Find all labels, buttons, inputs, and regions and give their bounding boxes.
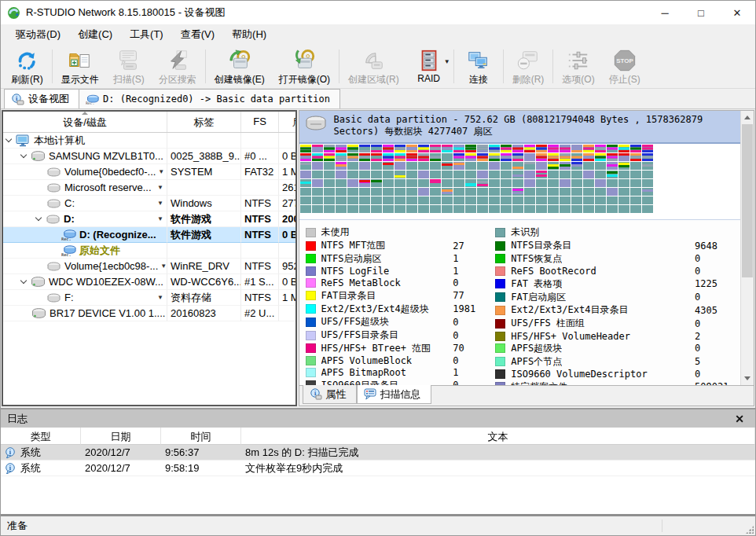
legend-label: UFS/FFS目录条目 <box>321 329 399 342</box>
tab-device-view[interactable]: i 设备视图 <box>4 89 79 108</box>
device-label: 软件游戏 <box>167 227 241 243</box>
row-dropdown-icon[interactable]: ▼ <box>155 211 163 226</box>
device-label <box>167 180 241 196</box>
legend-count: 0 <box>692 292 737 303</box>
log-column-header-3[interactable]: 文本 <box>241 428 755 445</box>
device-start <box>279 243 297 259</box>
menu-bar: 驱动器(D)创建(C)工具(T)查看(V)帮助(H) <box>1 24 755 45</box>
device-name: F: <box>64 290 74 305</box>
toolbar-button-raid[interactable]: ▼RAID <box>406 46 452 86</box>
legend-label: NTFS MFT范围 <box>321 239 386 252</box>
legend-item-left-4: ReFS MetaBlock0 <box>306 277 496 288</box>
log-title: 日志 <box>7 412 28 426</box>
scrollbar-vertical[interactable] <box>740 111 754 385</box>
info-icon: i <box>310 388 322 400</box>
menu-item-1[interactable]: 创建(C) <box>69 24 121 45</box>
legend-item-left-5: FAT目录条目77 <box>306 289 496 302</box>
expander-chevron-icon[interactable] <box>20 277 27 284</box>
tree-column-header-3[interactable]: 启动 <box>279 112 297 132</box>
properties-tab-bar: i 属性 扫描信息 <box>299 385 754 406</box>
toolbar-button-label: 显示文件 <box>61 73 99 86</box>
menu-item-2[interactable]: 工具(T) <box>121 24 172 45</box>
toolbar-button-delete[interactable]: 删除(R) <box>505 46 552 86</box>
log-column-header-1[interactable]: 日期 <box>81 428 161 445</box>
row-dropdown-icon[interactable]: ▼ <box>155 180 163 195</box>
toolbar-button-connect[interactable]: 连接 <box>456 46 501 86</box>
legend-label: NTFS LogFile <box>321 266 390 277</box>
menu-item-0[interactable]: 驱动器(D) <box>7 24 69 45</box>
log-column-header-2[interactable]: 时间 <box>161 428 241 445</box>
toolbar-button-refresh[interactable]: 刷新(R) <box>4 46 50 86</box>
legend-label: NTFS恢复点 <box>511 252 562 266</box>
device-label: Windows <box>167 196 241 211</box>
refresh-icon <box>15 49 39 72</box>
tree-column-header-0[interactable]: 设备/磁盘 <box>3 112 167 132</box>
maximize-button[interactable]: □ <box>683 1 719 24</box>
options-icon <box>567 49 590 72</box>
toolbar-button-show-files[interactable]: 显示文件 <box>54 46 106 86</box>
device-view-icon: i <box>11 94 24 105</box>
scrollbar-thumb[interactable] <box>742 124 753 277</box>
log-close-icon[interactable]: ✕ <box>730 413 749 425</box>
legend-count: 1 <box>450 253 495 264</box>
toolbar-button-scan[interactable]: 扫描(S) <box>106 46 152 86</box>
legend-label: FAT 表格项 <box>511 277 562 291</box>
tab-properties[interactable]: i 属性 <box>303 385 357 404</box>
resize-grip[interactable] <box>746 526 754 534</box>
toolbar-button-stop[interactable]: STOP停止(S) <box>602 46 648 86</box>
device-start: 1 MB <box>279 290 297 306</box>
scroll-up-arrow[interactable] <box>741 111 754 124</box>
scan-blocks-map[interactable] <box>300 145 659 215</box>
toolbar-button-create-region[interactable]: 创建区域(R) <box>341 46 406 86</box>
legend-item-left-10: APFS VolumeBlock0 <box>306 355 496 366</box>
tree-column-header-1[interactable]: 标签 <box>167 112 241 132</box>
legend-label: APFS BitmapRoot <box>321 367 406 378</box>
toolbar-button-partition-search[interactable]: 分区搜索 <box>152 46 204 86</box>
legend-count: 5 <box>692 356 737 367</box>
log-time: 9:58:19 <box>161 461 241 476</box>
scroll-down-arrow[interactable] <box>741 372 754 385</box>
expander-chevron-icon[interactable] <box>20 152 27 158</box>
legend-swatch <box>495 357 505 366</box>
close-button[interactable]: ✕ <box>719 1 755 24</box>
toolbar-button-create-image[interactable]: 创建镜像(E) <box>207 46 272 86</box>
expander-chevron-icon[interactable] <box>6 136 12 142</box>
tab-scan-info[interactable]: 扫描信息 <box>357 385 431 404</box>
expander-chevron-icon[interactable] <box>35 215 42 221</box>
svg-text:Rec.: Rec. <box>61 237 72 241</box>
toolbar-button-label: 连接 <box>469 73 488 86</box>
device-name: 原始文件 <box>79 243 120 258</box>
toolbar-button-open-image[interactable]: 打开镜像(O) <box>272 46 337 86</box>
tree-column-header-2[interactable]: FS <box>241 112 279 132</box>
log-column-header-0[interactable]: 类型 <box>1 428 81 445</box>
menu-item-3[interactable]: 查看(V) <box>172 24 223 45</box>
legend-count: 9648 <box>692 240 737 251</box>
create-region-icon <box>361 49 385 72</box>
legend-label: 未识别 <box>511 226 539 239</box>
volume-icon <box>46 213 61 226</box>
legend-swatch <box>306 291 316 300</box>
row-dropdown-icon[interactable]: ▼ <box>155 196 163 211</box>
row-dropdown-icon[interactable]: ▼ <box>156 164 164 179</box>
device-label: 资料存储 <box>167 290 241 306</box>
row-dropdown-icon[interactable]: ▼ <box>158 259 167 274</box>
menu-item-4[interactable]: 帮助(H) <box>223 24 275 45</box>
legend-swatch <box>495 254 505 263</box>
row-dropdown-icon[interactable]: ▼ <box>155 290 163 305</box>
info-icon: i <box>5 447 17 458</box>
minimize-button[interactable]: ─ <box>647 1 683 24</box>
scrollbar-track[interactable] <box>741 124 754 372</box>
app-window: R-STUDIO Network 8.15.180015 - 设备视图 ─ □ … <box>0 0 756 536</box>
device-name: Microsoft reserve... <box>64 180 152 195</box>
log-table: i系统2020/12/79:56:378m 12s 的 D: 扫描已完成i系统2… <box>1 445 755 476</box>
raid-dropdown-arrow[interactable]: ▼ <box>444 58 450 65</box>
legend-label: FAT启动扇区 <box>511 291 566 304</box>
tab-partition[interactable]: Rec. D: (Recognized0) -> Basic data part… <box>79 89 340 108</box>
tab-scan-info-label: 扫描信息 <box>380 387 421 402</box>
rec-icon: Rec. <box>61 229 76 241</box>
legend-label: Ext2/Ext3/Ext4超级块 <box>321 303 429 316</box>
legend-item-left-12: ISO9660目录条目0 <box>306 379 496 385</box>
toolbar-button-options[interactable]: 选项(O) <box>555 46 601 86</box>
volume-icon <box>46 166 61 178</box>
stop-icon: STOP <box>613 49 637 72</box>
